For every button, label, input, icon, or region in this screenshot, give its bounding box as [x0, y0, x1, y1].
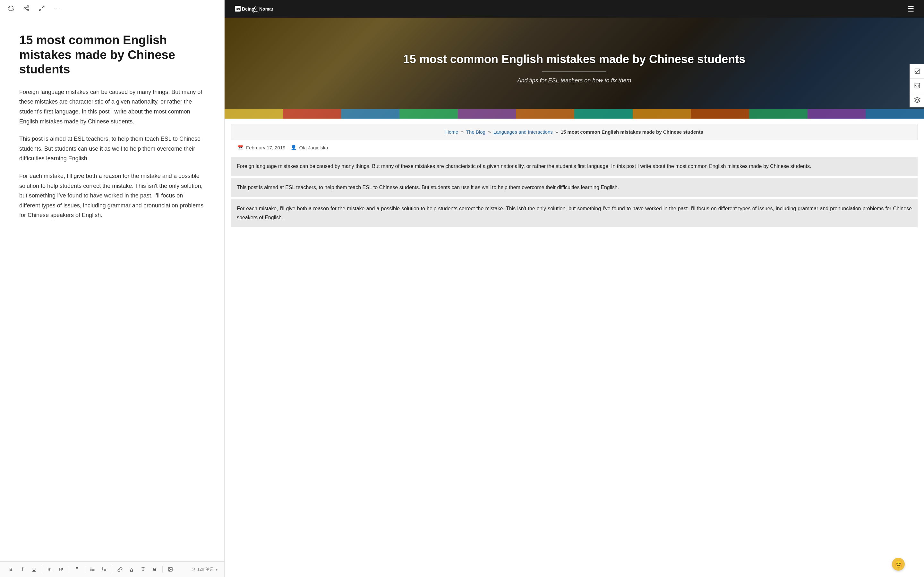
svg-rect-26	[915, 69, 919, 74]
editor-top-toolbar: ···	[0, 0, 224, 17]
breadcrumb-home[interactable]: Home	[445, 129, 458, 135]
h1-button[interactable]: H1	[45, 565, 54, 574]
word-count-text: 129 单词	[197, 566, 214, 572]
bold-button[interactable]: B	[6, 565, 15, 574]
toolbar-separator-4	[112, 566, 112, 572]
breadcrumb-category[interactable]: Languages and Interactions	[493, 129, 553, 135]
italic-button[interactable]: I	[18, 565, 27, 574]
toolbar-separator-3	[85, 566, 85, 572]
share-button[interactable]	[22, 4, 31, 13]
breadcrumb-separator-2: »	[488, 129, 492, 135]
svg-line-5	[42, 6, 44, 8]
article-preview-paragraph-1: Foreign language mistakes can be caused …	[231, 157, 918, 176]
breadcrumb: Home » The Blog » Languages and Interact…	[231, 124, 918, 140]
breadcrumb-separator-1: »	[461, 129, 465, 135]
ordered-list-button[interactable]: 1. 2. 3.	[100, 565, 109, 574]
hero-background: 15 most common English mistakes made by …	[225, 18, 924, 119]
toolbar-separator-1	[42, 566, 42, 572]
post-meta: 📅 February 17, 2019 👤 Ola Jagielska	[231, 140, 924, 155]
svg-text:BN: BN	[236, 7, 240, 11]
svg-point-24	[254, 7, 257, 9]
h2-button[interactable]: H2	[57, 565, 66, 574]
editor-content-area[interactable]: 15 most common English mistakes made by …	[0, 17, 224, 561]
more-options-button[interactable]: ···	[53, 4, 61, 13]
toolbar-separator-5	[162, 566, 163, 572]
hero-section: 15 most common English mistakes made by …	[225, 18, 924, 119]
article-paragraph-1: Foreign language mistakes can be caused …	[19, 87, 205, 126]
calendar-icon: 📅	[237, 145, 244, 150]
unordered-list-button[interactable]	[88, 565, 97, 574]
refresh-button[interactable]	[6, 4, 15, 13]
right-sidebar-icons	[909, 64, 924, 107]
svg-point-20	[170, 568, 170, 569]
svg-point-1	[24, 8, 26, 9]
hero-title: 15 most common English mistakes made by …	[403, 52, 745, 66]
code-icon-button[interactable]	[910, 79, 924, 93]
editor-bottom-toolbar: B I U H1 H2 " 1. 2. 3.	[0, 561, 224, 577]
svg-marker-28	[914, 97, 920, 100]
article-paragraph-2: This post is aimed at ESL teachers, to h…	[19, 134, 205, 163]
expand-button[interactable]	[37, 4, 46, 13]
underline-a-button[interactable]: A	[127, 565, 136, 574]
svg-text:Being: Being	[242, 6, 254, 11]
article-preview-paragraph-2: This post is aimed at ESL teachers, to h…	[231, 178, 918, 197]
post-date: February 17, 2019	[246, 145, 286, 150]
quote-button[interactable]: "	[73, 565, 81, 574]
layers-icon-button[interactable]	[910, 93, 924, 107]
article-paragraph-3: For each mistake, I'll give both a reaso…	[19, 171, 205, 220]
svg-line-3	[25, 9, 27, 10]
site-logo[interactable]: BN Being Nomad	[234, 4, 273, 14]
author-icon: 👤	[291, 145, 297, 150]
editor-panel: ··· 15 most common English mistakes made…	[0, 0, 225, 577]
svg-point-0	[27, 6, 29, 7]
svg-point-11	[91, 569, 91, 570]
svg-point-2	[27, 9, 29, 11]
clock-icon: ⏱	[191, 567, 195, 572]
breadcrumb-separator-3: »	[556, 129, 559, 135]
hero-subtitle: And tips for ESL teachers on how to fix …	[517, 77, 632, 84]
link-button[interactable]	[115, 565, 124, 574]
article-preview-paragraph-3: For each mistake, I'll give both a reaso…	[231, 199, 918, 227]
breadcrumb-blog[interactable]: The Blog	[466, 129, 485, 135]
svg-text:Nomad: Nomad	[259, 6, 273, 11]
browser-preview-panel: BN Being Nomad ☰ 15 most common English …	[225, 0, 924, 577]
svg-point-12	[91, 570, 91, 571]
hero-divider	[542, 71, 606, 72]
strikethrough-button[interactable]: S	[150, 565, 159, 574]
check-icon-button[interactable]	[910, 64, 924, 79]
breadcrumb-current: 15 most common English mistakes made by …	[561, 129, 703, 135]
svg-line-6	[39, 9, 41, 11]
type-t-button[interactable]: T	[139, 565, 148, 574]
post-author: Ola Jagielska	[299, 145, 328, 150]
underline-button[interactable]: U	[29, 565, 39, 574]
site-header: BN Being Nomad ☰	[225, 0, 924, 18]
svg-text:3.: 3.	[102, 570, 103, 571]
svg-line-4	[25, 7, 27, 8]
image-button[interactable]	[166, 565, 175, 574]
feedback-emoji-button[interactable]: 😊	[892, 558, 905, 571]
hamburger-menu-button[interactable]: ☰	[907, 5, 914, 13]
article-title: 15 most common English mistakes made by …	[19, 33, 205, 77]
site-content-area[interactable]: Home » The Blog » Languages and Interact…	[225, 119, 924, 577]
word-count-area: ⏱ 129 单词 ▾	[191, 566, 218, 572]
word-count-dropdown-icon[interactable]: ▾	[216, 567, 218, 572]
svg-point-10	[91, 568, 91, 568]
toolbar-separator-2	[69, 566, 69, 572]
